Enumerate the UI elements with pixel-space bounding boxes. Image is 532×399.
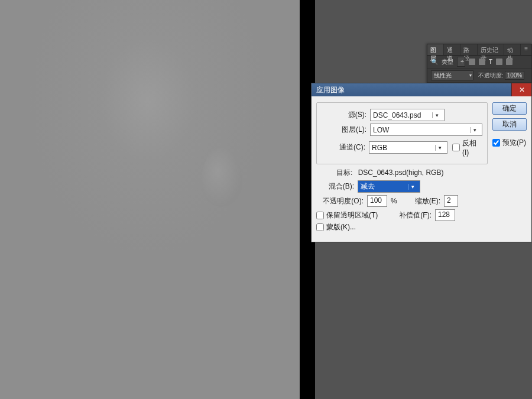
blend-label: 混合(B):	[316, 181, 354, 192]
document-canvas[interactable]	[0, 0, 300, 399]
filter-dropdown-arrow[interactable]: ÷	[457, 57, 465, 67]
layer-select[interactable]: LOW ▾	[370, 124, 482, 136]
chevron-down-icon: ▾	[469, 73, 472, 78]
blend-opacity-row: 线性光 ▾ 不透明度: 100%	[427, 69, 531, 83]
target-label: 目标:	[336, 168, 352, 177]
preserve-transparency-label: 保留透明区域(T)	[326, 210, 378, 220]
scale-input[interactable]: 2	[444, 195, 458, 207]
preview-checkbox-input[interactable]	[492, 139, 500, 147]
offset-label: 补偿值(F):	[399, 210, 432, 220]
preview-checkbox[interactable]: 预览(P)	[492, 138, 527, 148]
filter-text-icon[interactable]: T	[489, 59, 492, 65]
dialog-fields: 源(S): DSC_0643.psd ▾ 图层(L): LOW ▾ 通道(C):	[316, 102, 488, 235]
source-group: 源(S): DSC_0643.psd ▾ 图层(L): LOW ▾ 通道(C):	[316, 102, 488, 164]
opacity-value[interactable]: 100%	[505, 71, 525, 80]
layer-filter-row: 🔍 类型 ÷ T	[427, 56, 531, 69]
invert-checkbox-input[interactable]	[452, 144, 460, 151]
source-select[interactable]: DSC_0643.psd ▾	[370, 109, 445, 121]
layer-label: 图层(L):	[322, 125, 366, 135]
scale-label: 缩放(E):	[415, 196, 440, 206]
mask-checkbox-input[interactable]	[316, 223, 324, 231]
target-value: DSC_0643.psd(high, RGB)	[358, 168, 444, 177]
source-value: DSC_0643.psd	[373, 111, 430, 119]
tab-history[interactable]: 历史记录	[478, 44, 504, 55]
tab-actions[interactable]: 动作	[504, 44, 521, 55]
tab-channels[interactable]: 通道	[444, 44, 460, 55]
blend-value: 减去	[361, 181, 406, 192]
panel-menu-icon[interactable]: ≡	[521, 44, 531, 55]
opacity-suffix: %	[391, 197, 397, 205]
search-icon: 🔍	[431, 59, 438, 65]
cancel-button[interactable]: 取消	[492, 118, 527, 131]
dialog-close-button[interactable]: ✕	[511, 83, 531, 96]
invert-checkbox[interactable]: 反相(I)	[452, 138, 482, 157]
dialog-buttons: 确定 取消 预览(P)	[492, 102, 527, 235]
preserve-transparency-input[interactable]	[316, 212, 324, 219]
preview-label: 预览(P)	[502, 138, 526, 148]
chevron-down-icon: ▾	[470, 127, 479, 133]
dialog-titlebar[interactable]: 应用图像 ✕	[312, 83, 531, 96]
dialog-body: 源(S): DSC_0643.psd ▾ 图层(L): LOW ▾ 通道(C):	[312, 96, 531, 242]
canvas-embossed-preview	[0, 0, 300, 399]
close-icon: ✕	[519, 86, 525, 94]
opacity-label: 不透明度(O):	[316, 196, 364, 206]
chevron-down-icon: ▾	[432, 112, 442, 118]
chevron-down-icon: ▾	[435, 145, 445, 151]
filter-smart-icon[interactable]	[506, 59, 512, 65]
channel-label: 通道(C):	[322, 142, 365, 153]
layer-value: LOW	[373, 126, 468, 134]
ok-button[interactable]: 确定	[492, 102, 527, 115]
mask-label: 蒙版(K)...	[326, 222, 356, 232]
tab-layers[interactable]: 图层	[427, 44, 444, 55]
panel-tabs: 图层 通道 路径 历史记录 动作 ≡	[427, 44, 531, 56]
opacity-input[interactable]: 100	[367, 195, 387, 207]
source-label: 源(S):	[322, 110, 366, 120]
blend-mode-value: 线性光	[434, 72, 452, 80]
apply-image-dialog: 应用图像 ✕ 源(S): DSC_0643.psd ▾ 图层(L): LOW	[311, 83, 532, 242]
invert-label: 反相(I)	[462, 138, 482, 157]
channel-value: RGB	[372, 144, 433, 152]
opacity-label: 不透明度:	[478, 72, 504, 80]
filter-pixel-icon[interactable]	[469, 59, 475, 65]
dialog-title: 应用图像	[316, 85, 345, 95]
blend-select[interactable]: 减去 ▾	[358, 180, 420, 193]
filter-shape-icon[interactable]	[496, 59, 502, 65]
chevron-down-icon: ▾	[408, 184, 417, 190]
mask-checkbox[interactable]: 蒙版(K)...	[316, 222, 356, 232]
filter-type-label: 类型	[442, 58, 453, 66]
blend-group: 混合(B): 减去 ▾ 不透明度(O): 100 % 缩放(E): 2	[316, 180, 488, 232]
blend-mode-select[interactable]: 线性光 ▾	[431, 70, 473, 80]
channel-select[interactable]: RGB ▾	[369, 141, 447, 154]
offset-input[interactable]: 128	[435, 209, 455, 221]
preserve-transparency-checkbox[interactable]: 保留透明区域(T)	[316, 210, 378, 220]
tab-paths[interactable]: 路径	[460, 44, 477, 55]
filter-adjust-icon[interactable]	[479, 59, 485, 65]
